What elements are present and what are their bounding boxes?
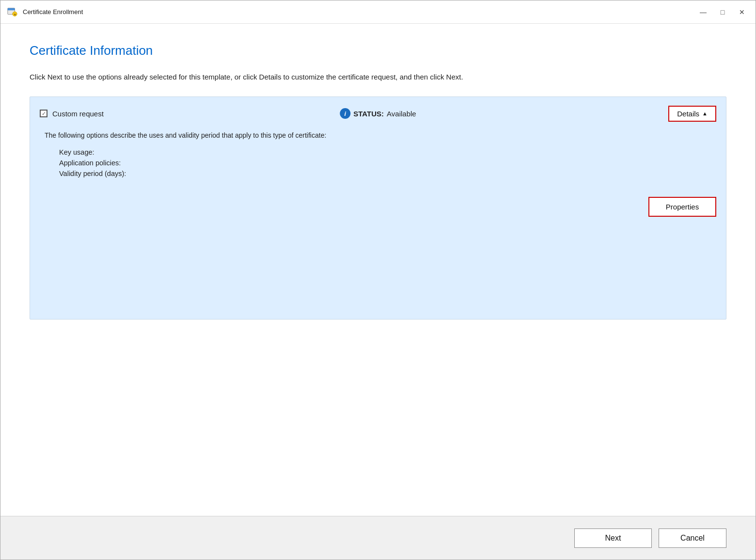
certificate-card: Custom request i STATUS: Available Detai… [30,96,726,320]
custom-request-checkbox[interactable] [40,110,47,117]
certificate-properties-list: Key usage: Application policies: Validit… [59,148,711,177]
properties-button-area: Properties [30,187,726,226]
chevron-up-icon: ▲ [702,111,708,116]
properties-button[interactable]: Properties [648,197,716,217]
svg-rect-1 [8,8,15,10]
card-body-description: The following options describe the uses … [45,130,711,141]
title-bar: ★ Certificate Enrollment — □ ✕ [0,0,756,24]
maximize-button[interactable]: □ [715,6,730,18]
title-bar-controls: — □ ✕ [695,6,750,18]
footer: Next Cancel [0,516,756,560]
card-body: The following options describe the uses … [30,130,726,187]
status-label: STATUS: [353,110,384,118]
page-title: Certificate Information [30,43,726,58]
status-area: i STATUS: Available [340,108,416,119]
cancel-button[interactable]: Cancel [659,528,726,548]
title-bar-left: ★ Certificate Enrollment [6,6,83,18]
card-header: Custom request i STATUS: Available Detai… [30,97,726,130]
certificate-icon: ★ [6,6,18,18]
application-policies-label: Application policies: [59,159,711,167]
close-button[interactable]: ✕ [734,6,750,18]
next-button[interactable]: Next [574,528,652,548]
cert-name-label: Custom request [52,110,104,118]
description-text: Click Next to use the options already se… [30,72,490,83]
key-usage-label: Key usage: [59,148,711,156]
status-value: Available [387,110,416,118]
minimize-button[interactable]: — [695,6,711,18]
details-button[interactable]: Details ▲ [668,106,716,122]
main-content: Certificate Information Click Next to us… [0,24,756,516]
info-icon: i [340,108,350,119]
window-title: Certificate Enrollment [23,8,83,16]
window: ★ Certificate Enrollment — □ ✕ Certifica… [0,0,756,560]
validity-period-label: Validity period (days): [59,170,711,177]
